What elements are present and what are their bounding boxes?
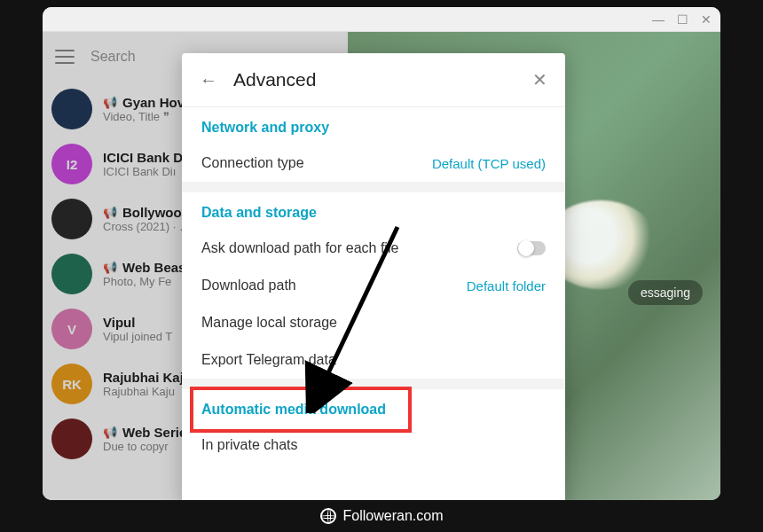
section-data-storage: Data and storage — [182, 192, 565, 230]
maximize-button[interactable]: ☐ — [677, 12, 688, 27]
avatar: V — [51, 309, 92, 349]
download-path-label: Download path — [201, 278, 296, 293]
avatar — [51, 199, 92, 239]
download-path-row[interactable]: Download path Default folder — [182, 267, 565, 304]
app-window: — ☐ ✕ Search 📢Gyan HovVideo, Title ❞I2IC… — [43, 7, 720, 500]
connection-type-label: Connection type — [201, 155, 304, 171]
divider — [182, 182, 565, 192]
avatar: I2 — [51, 144, 92, 184]
globe-icon — [320, 508, 336, 524]
search-input[interactable]: Search — [90, 49, 136, 65]
back-icon[interactable]: ← — [200, 70, 217, 90]
window-titlebar: — ☐ ✕ — [43, 7, 720, 32]
avatar — [51, 419, 92, 459]
in-private-chats-row[interactable]: In private chats — [182, 426, 565, 464]
manage-local-storage-row[interactable]: Manage local storage — [182, 304, 565, 341]
channel-icon: 📢 — [103, 261, 117, 274]
section-auto-download: Automatic media download — [182, 389, 565, 426]
avatar: RK — [51, 364, 92, 404]
export-telegram-data-row[interactable]: Export Telegram data — [182, 341, 565, 379]
channel-icon: 📢 — [103, 206, 117, 219]
dialog-title: Advanced — [233, 69, 516, 90]
advanced-settings-dialog: ← Advanced ✕ Network and proxy Connectio… — [182, 53, 565, 500]
avatar — [51, 254, 92, 294]
footer-text: Followeran.com — [343, 508, 444, 524]
connection-type-value: Default (TCP used) — [432, 156, 546, 171]
ask-download-path-label: Ask download path for each file — [201, 240, 398, 256]
section-network: Network and proxy — [182, 107, 565, 145]
footer-watermark: Followeran.com — [0, 500, 763, 532]
hint-bubble: essaging — [628, 280, 703, 305]
close-icon[interactable]: ✕ — [532, 69, 547, 90]
channel-icon: 📢 — [103, 426, 117, 439]
ask-download-path-toggle[interactable] — [517, 241, 546, 255]
window-close-button[interactable]: ✕ — [701, 12, 712, 27]
menu-icon[interactable] — [55, 50, 75, 64]
avatar — [51, 89, 92, 129]
divider — [182, 379, 565, 389]
connection-type-row[interactable]: Connection type Default (TCP used) — [182, 145, 565, 182]
minimize-button[interactable]: — — [652, 12, 665, 27]
download-path-value: Default folder — [467, 278, 546, 293]
ask-download-path-row[interactable]: Ask download path for each file — [182, 230, 565, 267]
channel-icon: 📢 — [103, 96, 117, 109]
